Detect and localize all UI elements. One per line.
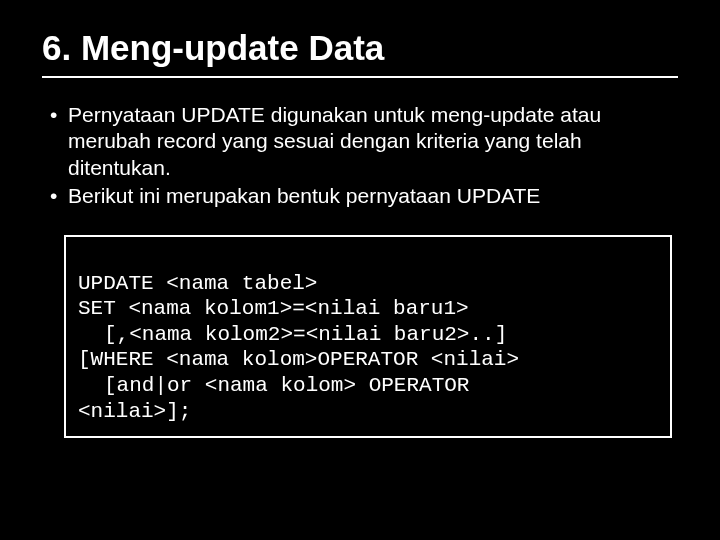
code-line: [and|or <nama kolom> OPERATOR [78,373,658,399]
code-line: SET <nama kolom1>=<nilai baru1> [78,297,469,320]
title-divider [42,76,678,78]
code-line: [,<nama kolom2>=<nilai baru2>..] [78,322,658,348]
code-line: [WHERE <nama kolom>OPERATOR <nilai> [78,348,519,371]
slide: 6. Meng-update Data Pernyataan UPDATE di… [0,0,720,540]
bullet-item: Berikut ini merupakan bentuk pernyataan … [46,183,678,209]
bullet-list: Pernyataan UPDATE digunakan untuk meng-u… [42,102,678,209]
code-line: UPDATE <nama tabel> [78,272,317,295]
code-block: UPDATE <nama tabel> SET <nama kolom1>=<n… [64,235,672,438]
slide-title: 6. Meng-update Data [42,28,678,68]
bullet-item: Pernyataan UPDATE digunakan untuk meng-u… [46,102,678,181]
code-line: <nilai>]; [78,400,191,423]
